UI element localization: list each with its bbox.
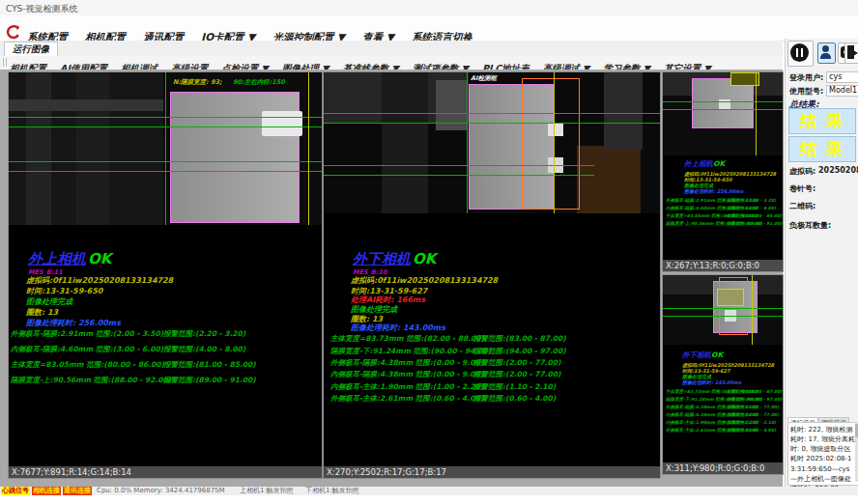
alarm-range: 报警范围:(0.60 - 4.00)	[727, 428, 776, 433]
login-user-value: cys	[826, 71, 858, 83]
measurement-value: 内侧极耳-主体:1.90mm 范围:(1.00 - 2.20)	[330, 382, 483, 392]
alarm-range: 报警范围:(81.00 - 85.00)	[727, 213, 782, 218]
ok-status: OK	[711, 350, 723, 359]
login-user-label: 登录用户:	[789, 72, 823, 83]
edge-line-v	[756, 72, 757, 155]
measure-line-h	[324, 123, 660, 124]
alarm-range: 报警范围:(83.00 - 87.00)	[473, 334, 566, 344]
alarm-range: 报警范围:(94.00 - 97.00)	[727, 397, 782, 402]
heartbeat-status: 心跳信号	[1, 487, 30, 495]
measure-line-h	[324, 113, 660, 114]
pixel-coords-readout: X:270;Y:2502;R:17;G:17;B:17	[324, 466, 660, 478]
ai-box-label: AI检测框	[471, 74, 497, 83]
lower-camera-trigger-status: 下相机1:触发拍照	[305, 487, 359, 495]
machine-column	[382, 72, 428, 213]
alarm-range: 报警范围:(2.00 - 77.00)	[473, 358, 560, 368]
turn-count: 圈数: 13	[26, 307, 58, 318]
alarm-range: 报警范围:(4.00 - 8.00)	[727, 206, 776, 210]
alarm-range: 报警范围:(2.00 - 77.00)	[727, 412, 779, 417]
tab-strip: 运行图像	[0, 41, 783, 57]
login-user-button[interactable]	[817, 42, 836, 64]
camera-photo-lower: AI检测框	[324, 72, 660, 213]
window-title: CYS-视觉检测系统	[6, 3, 78, 15]
machine-warm-area	[577, 146, 641, 213]
run-info-log: 耗时: 222, 瑕疵检测耗时: 17, 瑕疵分离耗时: 0, 瑕疵提取分区耗时…	[787, 422, 858, 486]
process-elapsed: 图像处理耗时: 143.00ms	[351, 322, 445, 333]
machine-rail	[9, 99, 163, 111]
alarm-range: 报警范围:(89.00 - 91.00)	[163, 376, 256, 385]
measurement-row: 外侧极耳-隔膜:2.91mm 范围:(2.00 - 3.50)报警范围:(2.2…	[9, 329, 322, 339]
measurement-value: 主体宽度=83.73mm 范围:(82.00 - 88.00)	[330, 334, 484, 344]
pause-button[interactable]	[787, 41, 814, 67]
pause-icon	[790, 43, 809, 62]
edge-line-v	[308, 72, 309, 225]
alarm-range: 报警范围:(0.60 - 4.00)	[473, 394, 556, 404]
measurement-row: 内侧极耳-主体:1.90mm 范围:(1.00 - 2.20)报警范围:(1.1…	[324, 382, 660, 392]
measurement-value: 外侧极耳-隔膜:4.38mm 范围:(0.00 - 9.00)	[330, 358, 483, 368]
measurement-row: 外侧极耳-主体:2.61mm 范围:(0.60 - 4.00)报警范围:(0.6…	[663, 428, 783, 437]
app-window: { "window": {"title": "CYS-视觉检测系统"}, "me…	[0, 0, 858, 504]
camera-photo-upper: N:隔膜宽度: 93; 90:左右内径:150	[9, 72, 322, 225]
camera-link-status: 相机连接	[32, 487, 61, 495]
measurement-value: 主体宽度=83.05mm 范围:(80.00 - 86.00)	[11, 360, 164, 370]
edge-line-v	[467, 72, 468, 213]
measurement-row: 内侧极耳-隔膜:4.60mm 范围:(3.00 - 6.00)报警范围:(4.0…	[9, 345, 322, 354]
pixel-coords-readout: X:311;Y:980;R:0;G:0;B:0	[663, 462, 783, 474]
alarm-range: 报警范围:(83.00 - 87.00)	[727, 389, 782, 394]
alarm-range: 报警范围:(89.00 - 91.00)	[727, 221, 782, 226]
thumb-view-lower[interactable]: 外下相机OK 虚拟码:0f11iw20250208133134728 时间:13…	[662, 274, 784, 475]
pixel-coords-readout: X:267;Y:13;R:0;G:0;B:0	[663, 260, 783, 271]
tab-count-label: 负极耳数量:	[789, 220, 831, 231]
info-tab-strip: 运行信息瑕疵信息错误信息	[787, 410, 857, 421]
model-value: Model1	[826, 85, 858, 97]
alarm-range: 报警范围:(2.20 - 3.20)	[163, 329, 245, 339]
ai-detect-box	[719, 277, 748, 335]
ok-status: OK	[88, 250, 111, 267]
measure-line-h	[663, 308, 783, 309]
thumb-view-upper[interactable]: 外上相机OK 虚拟码:0f11iw20250208133134728 时间:13…	[662, 71, 784, 272]
machine-column	[26, 72, 51, 225]
ok-status: OK	[413, 250, 436, 267]
alarm-range: 报警范围:(2.20 - 3.20)	[727, 198, 776, 203]
right-panel: 登录用户: cys 使用型号: Model1 总结果: 结 果 结 果 虚拟码:…	[785, 39, 858, 487]
process-elapsed: 图像处理耗时: 256.00ms	[26, 318, 121, 328]
alarm-range: 报警范围:(4.00 - 8.00)	[163, 345, 245, 354]
camera-view-lower[interactable]: AI检测框 外下相机OK MES_B:10 虚拟码:0f11iw20250208…	[323, 71, 661, 479]
measurement-value: 内侧极耳-隔膜:4.38mm 范围:(0.00 - 9.00)	[330, 370, 483, 379]
app-logo-icon	[5, 24, 21, 41]
main-area: N:隔膜宽度: 93; 90:左右内径:150 外上相机OK MES_B:11 …	[0, 70, 783, 487]
cpu-memory-readout: Cpu: 0.0% Memory: 3424.41796875M	[97, 487, 225, 495]
qr-code-label: 二维码:	[789, 201, 815, 211]
camera-title: 外下相机OK	[682, 350, 723, 360]
measurement-value: 内侧极耳-隔膜:4.60mm 范围:(3.00 - 6.00)	[11, 345, 163, 354]
thumb-photo-lower	[663, 275, 783, 345]
machine-column	[76, 72, 109, 225]
measurement-row: 主体宽度=83.05mm 范围:(80.00 - 86.00)报警范围:(81.…	[9, 360, 322, 370]
roi-label-box	[717, 289, 744, 306]
pixel-coords-readout: X:7677;Y:891;R:14;G:14;B:14	[9, 466, 322, 478]
connector-part	[262, 111, 302, 136]
camera-title: 外上相机OK	[28, 250, 111, 268]
alarm-range: 报警范围:(81.00 - 85.00)	[163, 360, 256, 370]
status-bar: 心跳信号 相机连接 通讯连接 Cpu: 0.0% Memory: 3424.41…	[0, 487, 858, 495]
capture-time: 时间:13-31-59-650	[26, 286, 102, 296]
measure-line-h	[663, 109, 783, 110]
measurement-row: 隔膜宽度-上:90.56mm 范围:(88.00 - 92.00)报警范围:(8…	[663, 221, 783, 231]
roi-label: N:隔膜宽度: 93;	[173, 78, 222, 87]
measurement-row: 内侧极耳-隔膜:4.38mm 范围:(0.00 - 9.00)报警范围:(2.0…	[324, 370, 660, 379]
comm-link-status: 通讯连接	[63, 487, 92, 495]
title-bar: CYS-视觉检测系统	[0, 0, 858, 15]
process-elapsed: 图像处理耗时: 143.00ms	[682, 379, 741, 385]
toolbar-grip[interactable]	[3, 58, 7, 67]
model-label: 使用型号:	[789, 86, 823, 97]
tab-run-image[interactable]: 运行图像	[4, 42, 58, 56]
machine-slab	[604, 72, 643, 150]
alarm-range: 报警范围:(1.10 - 2.10)	[727, 420, 776, 425]
edge-line-v	[165, 72, 166, 225]
pin-number-label: 卷针号:	[789, 183, 815, 194]
roi-label: 90:左右内径:150	[233, 78, 285, 87]
camera-view-upper[interactable]: N:隔膜宽度: 93; 90:左右内径:150 外上相机OK MES_B:11 …	[8, 71, 323, 479]
measure-line-h	[663, 316, 783, 317]
camera-title: 外上相机OK	[684, 159, 725, 169]
logout-button[interactable]	[844, 42, 858, 64]
